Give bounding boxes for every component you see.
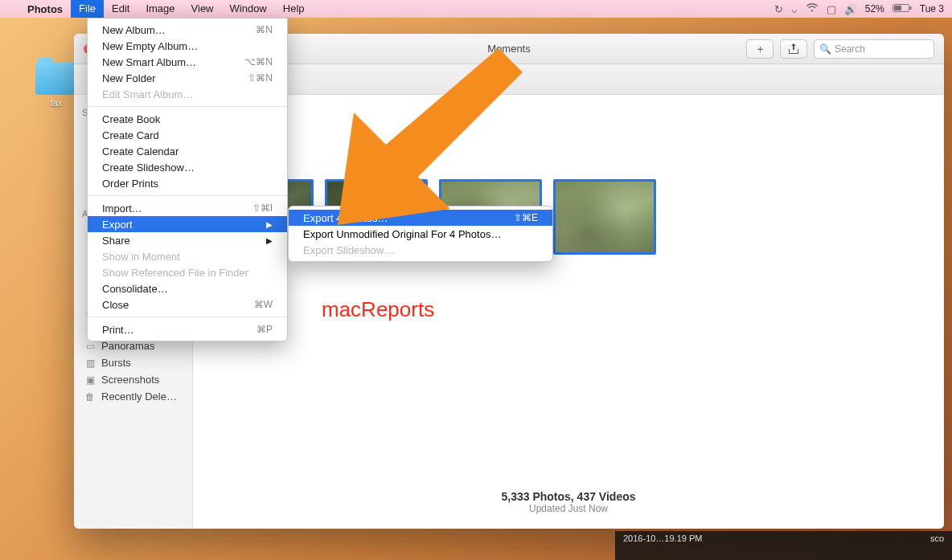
menu-clock[interactable]: Tue 3 [920,3,944,14]
folder-icon [35,63,77,95]
search-input[interactable]: 🔍 Search [814,39,934,59]
menu-new-empty-album[interactable]: New Empty Album… [88,38,287,54]
menu-bar: Photos File Edit Image View Window Help … [0,0,952,18]
submenu-arrow-icon: ▶ [266,220,273,229]
menu-print[interactable]: Print…⌘P [88,321,287,337]
svg-rect-2 [894,6,901,10]
menu-create-calendar[interactable]: Create Calendar [88,143,287,159]
menu-help[interactable]: Help [275,0,313,18]
sidebar-item-screenshots[interactable]: ▣Screenshots [74,371,192,388]
menu-show-in-moment: Show in Moment [88,248,287,264]
photo-thumbnail[interactable] [553,179,656,255]
screenshots-icon: ▣ [84,374,96,386]
menu-file[interactable]: File [71,0,104,18]
menu-window[interactable]: Window [222,0,275,18]
svg-rect-1 [909,6,911,10]
menu-edit[interactable]: Edit [104,0,137,18]
sidebar-item-label: Recently Dele… [101,390,177,403]
desktop-folder-fax[interactable]: fax [32,63,80,108]
menu-order-prints[interactable]: Order Prints [88,175,287,191]
submenu-export-unmodified[interactable]: Export Unmodified Original For 4 Photos… [289,226,552,242]
moment-date-header[interactable]: Sep 26 〉 [211,157,926,170]
notification-right: sco [930,533,944,543]
airplay-icon[interactable]: ▢ [827,3,836,15]
stats-updated: Updated Just Now [193,503,944,514]
notification-timestamp: 2016-10…19.19 PM [623,533,702,543]
submenu-export-slideshow: Export Slideshow… [289,242,552,258]
sidebar-item-bursts[interactable]: ▥Bursts [74,354,192,371]
menu-image[interactable]: Image [137,0,183,18]
file-menu-dropdown: New Album…⌘N New Empty Album… New Smart … [87,18,288,341]
bursts-icon: ▥ [84,358,96,369]
sidebar-item-label: Panoramas [101,340,154,352]
sidebar-item-label: Screenshots [101,374,159,386]
share-button[interactable] [780,39,807,59]
menu-create-book[interactable]: Create Book [88,111,287,127]
search-placeholder: Search [835,43,865,55]
annotation-watermark: macReports [322,297,434,322]
menu-consolidate[interactable]: Consolidate… [88,280,287,296]
menu-new-folder[interactable]: New Folder⇧⌘N [88,70,287,86]
export-submenu: Export 4 Photos…⇧⌘E Export Unmodified Or… [288,206,553,262]
sidebar-item-label: Bursts [101,357,131,369]
stats-count: 5,333 Photos, 437 Videos [193,490,944,503]
menu-view[interactable]: View [183,0,222,18]
notification-banner[interactable]: 2016-10…19.19 PM sco [615,531,952,560]
sidebar-item-recently-deleted[interactable]: 🗑Recently Dele… [74,388,192,405]
menu-share[interactable]: Share▶ [88,232,287,248]
status-icons: ↻ ⌵ ▢ 🔊 52% Tue 3 [774,3,952,15]
menu-show-referenced-file: Show Referenced File in Finder [88,264,287,280]
library-stats: 5,333 Photos, 437 Videos Updated Just No… [193,490,944,514]
volume-icon[interactable]: 🔊 [844,3,857,15]
menu-new-smart-album[interactable]: New Smart Album…⌥⌘N [88,54,287,70]
trash-icon: 🗑 [84,391,96,403]
battery-percent[interactable]: 52% [865,3,884,14]
menu-edit-smart-album: Edit Smart Album… [88,86,287,102]
menu-create-slideshow[interactable]: Create Slideshow… [88,159,287,175]
menu-import[interactable]: Import…⇧⌘I [88,200,287,216]
bluetooth-icon[interactable]: ⌵ [791,3,798,15]
submenu-arrow-icon: ▶ [266,236,273,245]
panorama-icon: ▭ [84,341,96,352]
add-button[interactable]: ＋ [746,39,774,59]
menu-close[interactable]: Close⌘W [88,296,287,313]
app-name[interactable]: Photos [19,3,71,15]
submenu-export-photos[interactable]: Export 4 Photos…⇧⌘E [289,210,552,226]
main-content: Sep 26 〉 5,333 Photos, 437 Videos Update… [193,95,944,529]
menu-create-card[interactable]: Create Card [88,127,287,143]
menu-new-album[interactable]: New Album…⌘N [88,22,287,38]
search-icon: 🔍 [819,43,831,55]
battery-icon[interactable] [892,3,912,15]
time-machine-icon[interactable]: ↻ [774,3,783,15]
menu-export[interactable]: Export▶ [88,216,287,232]
wifi-icon[interactable] [806,3,819,15]
folder-label: fax [32,98,80,108]
